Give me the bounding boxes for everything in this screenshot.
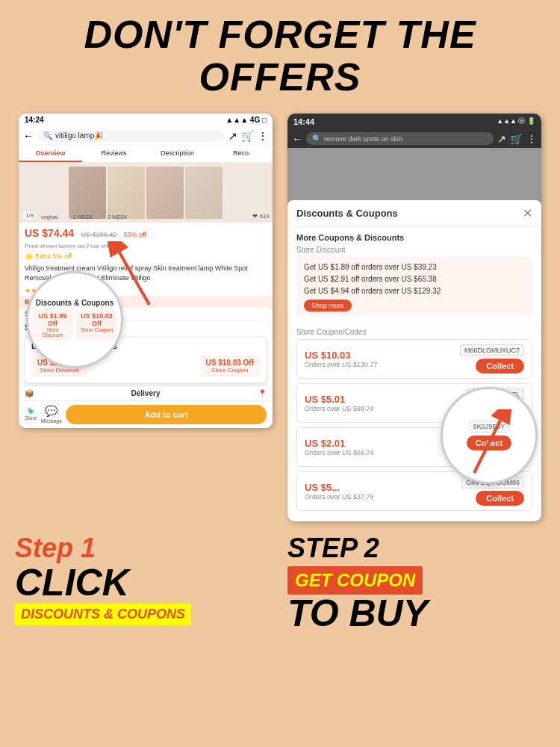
main-title: DON'T FORGET THE OFFERS <box>0 0 560 106</box>
phone1-bottombar: 🏪 Store 💬 Message Add to cart <box>19 400 273 428</box>
share-icon[interactable]: ↗ <box>228 130 237 142</box>
coupon4-value: US $5... <box>305 482 461 493</box>
shop-more-btn[interactable]: Shop more <box>304 300 352 311</box>
original-price: US $165.42 <box>81 231 117 238</box>
more-icon2[interactable]: ⋮ <box>526 133 537 145</box>
more-coupons-label: More Coupons & Discounts <box>296 233 532 242</box>
zoom1-store: US $1.89 Off Store Discount <box>32 310 73 340</box>
phone2-time: 14:44 <box>293 117 314 126</box>
tab-overview[interactable]: Overview <box>19 146 82 162</box>
step2-action: TO BUY <box>287 595 545 632</box>
step2-banner: GET COUPON <box>287 566 423 595</box>
phone2-statusbar: 14:44 ▲▲▲ ⓦ 🔋 <box>287 114 541 129</box>
sun-icon: 🌟 <box>25 252 33 260</box>
coupon1-left: US $10.03 Orders over US $130.77 <box>305 350 460 368</box>
location-icon: 📍 <box>258 389 267 397</box>
step1-banner: DISCOUNTS & COUPONS <box>15 604 191 625</box>
product-image-area: 1/8 original 1 WEEK 2 WEEK ❤ 619 <box>19 163 273 223</box>
coupon1-value: US $10.03 <box>305 350 460 361</box>
step1-label: Step 1 <box>15 533 273 564</box>
coupon4-left: US $5... Orders over US $37.78 <box>305 482 461 500</box>
collect-btn-1[interactable]: Collect <box>476 359 524 374</box>
more-coupons: More Coupons & Discounts Store Discount … <box>287 227 541 328</box>
zoom1-coupon: US $10.03 Off Store Coupon <box>76 310 117 340</box>
label-1week: 1 WEEK <box>73 214 93 220</box>
store-building-icon: 🏪 <box>28 408 34 414</box>
collect-btn-4[interactable]: Collect <box>476 491 524 506</box>
price-section: US $74.44 US $165.42 55% off <box>19 223 273 241</box>
coupon-discount-box: US $10.03 Off Store Coupon <box>200 356 260 376</box>
coupon1-right: M66DLGMUXUC7 Collect <box>460 344 524 374</box>
zoom1-coupon-amount: US $10.03 Off <box>80 312 113 327</box>
zoom1-title: Discounts & Coupons <box>36 299 113 307</box>
steps-container: Step 1 CLICK DISCOUNTS & COUPONS STEP 2 … <box>0 521 560 639</box>
search-icon2: 🔍 <box>312 134 321 143</box>
tab-reco[interactable]: Reco <box>209 146 273 162</box>
back-icon2[interactable]: ← <box>292 133 302 145</box>
phone2-wrapper: 14:44 ▲▲▲ ⓦ 🔋 ← 🔍 remove dark spots on s… <box>287 114 541 521</box>
delivery-label: Delivery <box>131 389 161 397</box>
delivery-section: 📦 Delivery 📍 <box>19 385 273 400</box>
phone1-search[interactable]: 🔍 vitiligo lamp🎉 <box>37 129 225 142</box>
zoom1-store-label: Store Discount <box>36 327 69 338</box>
cart-icon2[interactable]: 🛒 <box>510 133 523 145</box>
store-label: Store <box>25 415 37 421</box>
main-price: US $74.44 <box>25 227 74 239</box>
store-discount-box: Get US $1.89 off orders over US $39.23 G… <box>296 257 532 316</box>
tab-description[interactable]: Description <box>146 146 209 162</box>
back-icon[interactable]: ← <box>23 130 34 142</box>
phone1-navbar: ← 🔍 vitiligo lamp🎉 ↗ 🛒 ⋮ <box>19 126 273 146</box>
step2-label: STEP 2 <box>287 533 545 564</box>
coupon1-code: M66DLGMUXUC7 <box>460 344 524 356</box>
phone1-tabs: Overview Reviews Description Reco <box>19 146 273 163</box>
coupon-section-label: Store Coupon/Codes <box>296 328 532 336</box>
tab-reviews[interactable]: Reviews <box>82 146 146 162</box>
page-root: DON'T FORGET THE OFFERS 14:24 ▲▲▲ 4G □ ←… <box>0 0 560 747</box>
phones-container: 14:24 ▲▲▲ 4G □ ← 🔍 vitiligo lamp🎉 ↗ 🛒 ⋮ <box>0 106 560 521</box>
phone1-signal: ▲▲▲ 4G □ <box>225 116 267 124</box>
phone2-signal: ▲▲▲ ⓦ 🔋 <box>497 117 535 126</box>
coupon-disc-label: Store Coupon <box>206 367 254 374</box>
step2-banner-text: GET COUPON <box>295 570 415 590</box>
label-2week: 2 WEEK <box>108 214 127 220</box>
store-disc-line3: Get US $4.94 off orders over US $129.32 <box>304 285 525 297</box>
add-to-cart-button[interactable]: Add to cart <box>66 405 267 424</box>
svg-line-3 <box>474 421 500 473</box>
modal-header: Discounts & Coupons ✕ <box>287 200 541 227</box>
zoom1-discounts: US $1.89 Off Store Discount US $10.03 Of… <box>32 310 117 340</box>
store-discount-label: Store Discount <box>296 246 532 254</box>
red-arrow1 <box>105 241 164 309</box>
phone2-search-text: remove dark spots on skin <box>324 135 402 143</box>
store-disc-line1: Get US $1.89 off orders over US $39.23 <box>304 261 525 273</box>
step1: Step 1 CLICK DISCOUNTS & COUPONS <box>15 533 273 632</box>
phone1-time: 14:24 <box>25 116 44 124</box>
svg-line-1 <box>119 252 149 305</box>
close-btn[interactable]: ✕ <box>523 206 532 220</box>
image-labels: original 1 WEEK 2 WEEK <box>41 214 127 220</box>
more-icon[interactable]: ⋮ <box>258 130 268 142</box>
store-icon[interactable]: 🏪 Store <box>25 408 37 421</box>
image-counter: 1/8 <box>23 211 36 220</box>
phone2-search[interactable]: 🔍 remove dark spots on skin <box>306 132 494 145</box>
step1-action: CLICK <box>15 564 273 601</box>
coupon4-min: Orders over US $37.78 <box>305 493 461 500</box>
step2: STEP 2 GET COUPON TO BUY <box>287 533 545 632</box>
coupon-disc-amount: US $10.03 Off <box>206 359 254 367</box>
zoom1-coupon-label: Store Coupon <box>80 327 113 332</box>
label-original: original <box>41 214 58 220</box>
message-icon[interactable]: 💬 Message <box>41 405 62 424</box>
coupon-item-1: US $10.03 Orders over US $130.77 M66DLGM… <box>296 339 532 379</box>
search-icon: 🔍 <box>43 131 52 140</box>
coupon2-value: US $5.01 <box>305 394 467 405</box>
coupon1-min: Orders over US $130.77 <box>305 361 460 368</box>
zoom1-store-amount: US $1.89 Off <box>36 312 69 327</box>
cart-icon[interactable]: 🛒 <box>241 130 254 142</box>
discount-badge: 55% off <box>124 231 146 238</box>
share-icon2[interactable]: ↗ <box>497 133 506 145</box>
delivery-icon: 📦 <box>25 389 34 397</box>
modal-title: Discounts & Coupons <box>296 208 398 219</box>
phone1-search-text: vitiligo lamp🎉 <box>55 131 103 140</box>
step1-banner-text: DISCOUNTS & COUPONS <box>21 607 185 622</box>
red-arrow2 <box>459 409 519 477</box>
msg-bubble-icon: 💬 <box>45 405 57 417</box>
